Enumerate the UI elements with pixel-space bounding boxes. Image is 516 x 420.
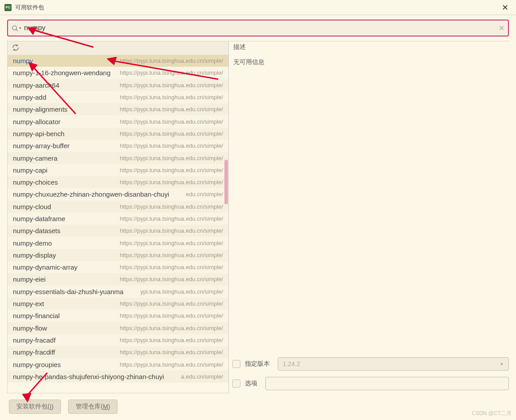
package-name: numpy-capi (13, 166, 48, 174)
package-row[interactable]: numpy-groupieshttps://pypi.tuna.tsinghua… (8, 358, 228, 370)
package-row[interactable]: numpy-chuxuezhe-zhinan-zhongwen-disanban… (8, 188, 228, 200)
package-name: numpy-dataframe (13, 215, 65, 222)
package-url: https://pypi.tuna.tsinghua.edu.cn/simple… (118, 361, 223, 368)
package-name: numpy-add (13, 93, 46, 101)
version-select[interactable]: 1.24.2 ▼ (278, 357, 509, 371)
package-row[interactable]: numpy-allocatorhttps://pypi.tuna.tsinghu… (8, 115, 228, 127)
package-row[interactable]: numpy-cloudhttps://pypi.tuna.tsinghua.ed… (8, 201, 228, 213)
package-url: https://pypi.tuna.tsinghua.edu.cn/simple… (118, 155, 223, 162)
package-row[interactable]: numpy-aarch64https://pypi.tuna.tsinghua.… (8, 79, 228, 91)
chevron-down-icon: ▼ (500, 362, 504, 367)
package-name: numpy-camera (13, 154, 57, 162)
search-input[interactable] (24, 24, 499, 32)
title-bar: PC 可用软件包 ✕ (0, 0, 516, 15)
package-url: https://pypi.tuna.tsinghua.edu.cn/simple… (118, 325, 223, 331)
package-name: numpy-groupies (13, 361, 61, 368)
package-name: numpy-he-pandas-shujufenxi-shiyong-zhina… (13, 373, 164, 380)
package-row[interactable]: numpy-demohttps://pypi.tuna.tsinghua.edu… (8, 237, 228, 249)
package-row[interactable]: numpy-fracdiffhttps://pypi.tuna.tsinghua… (8, 346, 228, 358)
package-url: a.edu.cn/simple/ (179, 373, 223, 380)
svg-point-0 (12, 25, 16, 29)
package-row[interactable]: numpy-dataframehttps://pypi.tuna.tsinghu… (8, 213, 228, 225)
package-name: numpy-essentials-dai-zhushi-yuanma (13, 288, 123, 295)
package-row[interactable]: numpy-dynamic-arrayhttps://pypi.tuna.tsi… (8, 261, 228, 273)
manage-label-key: M (103, 403, 108, 410)
window-title: 可用软件包 (15, 4, 44, 12)
description-body: 无可用信息 (232, 53, 509, 352)
footer: 安装软件包(I) 管理仓库(M) (0, 393, 516, 420)
package-url: https://pypi.tuna.tsinghua.edu.cn/simple… (118, 179, 223, 186)
package-name: numpy-dynamic-array (13, 263, 77, 271)
package-row[interactable]: numpy-datasetshttps://pypi.tuna.tsinghua… (8, 225, 228, 237)
package-name: numpy-array-buffer (13, 142, 69, 149)
package-url: https://pypi.tuna.tsinghua.edu.cn/simple… (118, 167, 223, 174)
package-url: https://pypi.tuna.tsinghua.edu.cn/simple… (118, 252, 223, 258)
options-input[interactable] (265, 377, 509, 390)
package-row[interactable]: numpy-1-16-zhongwen-wendanghttps://pypi.… (8, 67, 228, 79)
package-row[interactable]: numpy-alignmentshttps://pypi.tuna.tsingh… (8, 103, 228, 115)
package-row[interactable]: numpy-financialhttps://pypi.tuna.tsinghu… (8, 310, 228, 322)
package-name: numpy-cloud (13, 203, 51, 210)
package-name: numpy (13, 57, 33, 65)
package-url: https://pypi.tuna.tsinghua.edu.cn/simple… (118, 82, 223, 89)
package-name: numpy-aarch64 (13, 81, 59, 89)
specify-version-label: 指定版本 (245, 360, 270, 368)
search-field-wrapper[interactable]: ▾ ✕ (7, 20, 509, 36)
search-dropdown-caret[interactable]: ▾ (19, 26, 21, 30)
watermark: CSDN @CT二月 (471, 410, 512, 417)
package-row[interactable]: numpy-api-benchhttps://pypi.tuna.tsinghu… (8, 128, 228, 140)
package-row[interactable]: numpy-addhttps://pypi.tuna.tsinghua.edu.… (8, 91, 228, 103)
description-label: 描述 (232, 41, 509, 53)
package-row[interactable]: numpy-camerahttps://pypi.tuna.tsinghua.e… (8, 152, 228, 164)
package-row[interactable]: numpy-fracadfhttps://pypi.tuna.tsinghua.… (8, 334, 228, 346)
package-row[interactable]: numpyhttps://pypi.tuna.tsinghua.edu.cn/s… (8, 55, 228, 67)
package-url: edu.cn/simple/ (184, 191, 223, 198)
package-row[interactable]: numpy-array-bufferhttps://pypi.tuna.tsin… (8, 140, 228, 152)
scrollbar-thumb[interactable] (224, 160, 228, 204)
package-name: numpy-eiei (13, 275, 45, 283)
package-row[interactable]: numpy-capihttps://pypi.tuna.tsinghua.edu… (8, 164, 228, 176)
close-button[interactable]: ✕ (498, 3, 512, 12)
options-label: 选项 (245, 380, 257, 388)
package-name: numpy-allocator (13, 118, 61, 125)
package-list[interactable]: numpyhttps://pypi.tuna.tsinghua.edu.cn/s… (8, 55, 228, 393)
package-url: https://pypi.tuna.tsinghua.edu.cn/simple… (118, 240, 223, 246)
package-url: https://pypi.tuna.tsinghua.edu.cn/simple… (118, 227, 223, 234)
package-url: https://pypi.tuna.tsinghua.edu.cn/simple… (118, 142, 223, 149)
package-name: numpy-flow (13, 324, 47, 332)
package-url: https://pypi.tuna.tsinghua.edu.cn/simple… (118, 106, 223, 113)
specify-version-checkbox[interactable] (232, 360, 240, 368)
package-row[interactable]: numpy-displayhttps://pypi.tuna.tsinghua.… (8, 249, 228, 261)
package-row[interactable]: numpy-exthttps://pypi.tuna.tsinghua.edu.… (8, 298, 228, 310)
package-row[interactable]: numpy-essentials-dai-zhushi-yuanmaypi.tu… (8, 286, 228, 298)
package-name: numpy-datasets (13, 227, 61, 234)
package-row[interactable]: numpy-eieihttps://pypi.tuna.tsinghua.edu… (8, 273, 228, 285)
install-label-prefix: 安装软件包( (16, 403, 50, 411)
manage-repos-button[interactable]: 管理仓库(M) (68, 400, 118, 414)
version-placeholder: 1.24.2 (283, 360, 300, 368)
clear-search-icon[interactable]: ✕ (499, 24, 504, 32)
search-icon (12, 25, 18, 32)
options-row: 选项 (232, 374, 509, 393)
package-name: numpy-demo (13, 239, 52, 247)
package-url: https://pypi.tuna.tsinghua.edu.cn/simple… (118, 312, 223, 319)
package-name: numpy-1-16-zhongwen-wendang (13, 69, 110, 77)
refresh-icon[interactable] (12, 44, 19, 52)
detail-panel: 描述 无可用信息 指定版本 1.24.2 ▼ 选项 (229, 41, 509, 393)
package-list-panel: numpyhttps://pypi.tuna.tsinghua.edu.cn/s… (7, 41, 229, 393)
package-url: https://pypi.tuna.tsinghua.edu.cn/simple… (118, 57, 223, 64)
package-url: ypi.tuna.tsinghua.edu.cn/simple/ (138, 288, 223, 295)
install-package-button[interactable]: 安装软件包(I) (9, 400, 61, 414)
options-checkbox[interactable] (232, 380, 240, 388)
manage-label-prefix: 管理仓库( (76, 403, 103, 411)
package-name: numpy-chuxuezhe-zhinan-zhongwen-disanban… (13, 190, 169, 198)
svg-line-1 (16, 29, 18, 31)
package-name: numpy-financial (13, 312, 60, 319)
package-name: numpy-display (13, 251, 56, 259)
package-row[interactable]: numpy-he-pandas-shujufenxi-shiyong-zhina… (8, 371, 228, 383)
package-row[interactable]: numpy-flowhttps://pypi.tuna.tsinghua.edu… (8, 322, 228, 334)
package-row[interactable]: numpy-choiceshttps://pypi.tuna.tsinghua.… (8, 176, 228, 188)
package-url: https://pypi.tuna.tsinghua.edu.cn/simple… (118, 276, 223, 283)
package-url: https://pypi.tuna.tsinghua.edu.cn/simple… (118, 215, 223, 222)
package-url: https://pypi.tuna.tsinghua.edu.cn/simple… (118, 94, 223, 101)
